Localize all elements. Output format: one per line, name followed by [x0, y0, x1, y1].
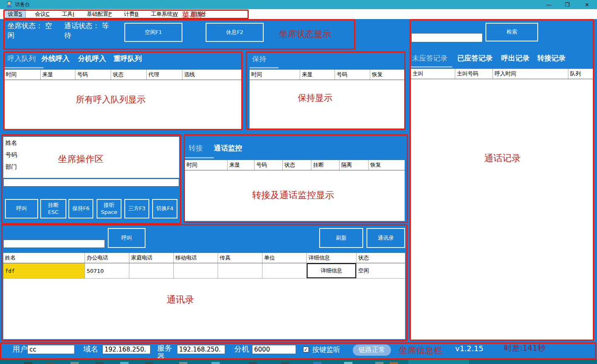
taskbar-icon[interactable]: [145, 362, 153, 364]
taskbar-icon[interactable]: [249, 362, 257, 364]
search-button[interactable]: 检索: [485, 23, 538, 41]
col-state[interactable]: 状态: [111, 70, 147, 80]
col-home-phone[interactable]: 家庭电话: [129, 253, 174, 263]
col-time[interactable]: 时间: [250, 70, 300, 80]
switch-f4-button[interactable]: 切换F4: [152, 199, 177, 218]
menu-item-settings[interactable]: 设置S: [4, 9, 26, 19]
call-button[interactable]: 呼叫: [5, 199, 38, 218]
refresh-button[interactable]: 刷新: [319, 228, 363, 248]
taskbar-icon[interactable]: [24, 362, 32, 364]
col-time[interactable]: 时间: [185, 160, 228, 170]
contact-status-cell[interactable]: 空闲: [357, 263, 405, 278]
menu-item-work-order[interactable]: 工单系统W: [148, 10, 181, 19]
restore-button[interactable]: ❐: [560, 0, 575, 9]
col-office-phone[interactable]: 办公电话: [85, 253, 129, 263]
tab-outgoing-records[interactable]: 呼出记录: [501, 53, 529, 63]
menu-label: 系统: [190, 11, 201, 17]
tab-indicator: [185, 157, 214, 158]
taskbar-icon[interactable]: [390, 362, 398, 364]
taskbar-icon[interactable]: [46, 362, 55, 364]
contact-search-input[interactable]: [3, 240, 105, 248]
col-number[interactable]: 号码: [255, 160, 283, 170]
tab-unanswered-records[interactable]: 未应答记录: [412, 53, 447, 63]
answer-space-button[interactable]: 接听 Space: [97, 199, 121, 218]
menu-item-basic-config[interactable]: 基础配置P: [83, 10, 115, 19]
agent-status-text: 坐席状态： 空闲: [7, 21, 57, 40]
hangup-esc-button[interactable]: 挂断 ESC: [40, 199, 66, 218]
record-search-input[interactable]: [411, 33, 483, 42]
domain-input[interactable]: [102, 345, 150, 354]
hold-f6-button[interactable]: 保持F6: [68, 199, 93, 218]
extension-input[interactable]: [252, 345, 296, 354]
col-hangup[interactable]: 挂断: [311, 160, 340, 170]
tab-transfer[interactable]: 转接: [189, 143, 203, 153]
tab-outside-call[interactable]: 外线呼入: [41, 54, 70, 63]
col-status[interactable]: 状态: [357, 253, 405, 263]
taskbar-icon[interactable]: [313, 362, 321, 364]
taskbar-icon[interactable]: [281, 362, 289, 364]
taskbar-icon[interactable]: [375, 362, 383, 364]
col-agent[interactable]: 代理: [147, 70, 182, 80]
three-way-f3-button[interactable]: 三方F3: [124, 199, 149, 218]
col-caller-display[interactable]: 来显: [228, 160, 255, 170]
col-state[interactable]: 状态: [283, 160, 311, 170]
records-table-header: 主叫 主叫号码 呼入时间 队列: [411, 69, 593, 79]
tab-answered-records[interactable]: 已应答记录: [457, 53, 493, 63]
col-isolate[interactable]: 隔离: [340, 160, 369, 170]
idle-f1-button[interactable]: 空闲F1: [124, 23, 182, 42]
col-resume[interactable]: 恢复: [369, 160, 405, 170]
contact-mobile-phone-cell[interactable]: [174, 263, 218, 278]
menu-item-tools[interactable]: 工具I: [58, 10, 78, 19]
tab-transfer-records[interactable]: 转接记录: [537, 53, 565, 63]
taskbar-icon[interactable]: [211, 362, 220, 364]
dial-number-input[interactable]: [3, 179, 179, 187]
menu-item-conference[interactable]: 会议C: [32, 10, 53, 19]
col-name[interactable]: 姓名: [3, 253, 85, 263]
taskbar-icon[interactable]: [120, 362, 129, 364]
col-queue[interactable]: 队列: [568, 69, 593, 79]
contact-company-cell[interactable]: [262, 263, 307, 278]
col-caller[interactable]: 主叫: [411, 69, 455, 79]
contact-office-phone-cell[interactable]: 50710: [85, 263, 129, 278]
detail-info-button[interactable]: 详细信息: [307, 263, 356, 278]
tab-hold[interactable]: 保持: [252, 54, 266, 64]
contact-row[interactable]: fdf 50710 详细信息 空闲: [3, 263, 405, 279]
server-input[interactable]: [177, 345, 225, 354]
tab-extension-call[interactable]: 分机呼入: [78, 54, 106, 63]
user-input[interactable]: [27, 345, 75, 354]
col-caller-display[interactable]: 来显: [300, 70, 335, 80]
address-book-button[interactable]: 通讯录: [366, 228, 405, 248]
col-mobile-phone[interactable]: 移动电话: [174, 253, 218, 263]
taskbar-icon[interactable]: [70, 362, 79, 364]
answer-sub: Space: [101, 209, 117, 216]
col-call-in-time[interactable]: 呼入时间: [493, 69, 568, 79]
col-time[interactable]: 时间: [4, 70, 41, 80]
menu-item-system[interactable]: 系统H: [187, 10, 209, 19]
rest-f2-button[interactable]: 休息F2: [206, 23, 264, 42]
rest-f2-label: 休息F2: [226, 29, 243, 36]
contact-name-cell[interactable]: fdf: [3, 263, 85, 278]
menu-label: 工具: [62, 11, 73, 17]
close-button[interactable]: ✕: [580, 0, 595, 9]
col-detail-info[interactable]: 详细信息: [307, 253, 357, 263]
col-number[interactable]: 号码: [335, 70, 370, 80]
taskbar-icon[interactable]: [95, 362, 104, 364]
keypress-monitor-checkbox[interactable]: ✓: [303, 347, 309, 352]
col-line-select[interactable]: 选线: [182, 70, 242, 80]
taskbar-icon[interactable]: [344, 362, 352, 364]
tab-incoming-queue[interactable]: 呼入队列: [7, 54, 36, 63]
contact-home-phone-cell[interactable]: [129, 263, 174, 278]
minimize-button[interactable]: —: [541, 0, 556, 9]
col-caller-display[interactable]: 来显: [41, 70, 75, 80]
contact-call-button[interactable]: 呼叫: [108, 228, 146, 248]
col-resume[interactable]: 恢复: [370, 70, 405, 80]
col-caller-number[interactable]: 主叫号码: [455, 69, 493, 79]
tab-call-monitor[interactable]: 通话监控: [214, 143, 242, 153]
col-company[interactable]: 单位: [262, 253, 307, 263]
col-fax[interactable]: 传真: [218, 253, 262, 263]
taskbar-icon[interactable]: [179, 362, 187, 364]
tab-recall-queue[interactable]: 重呼队列: [114, 54, 142, 63]
contact-fax-cell[interactable]: [218, 263, 262, 278]
col-number[interactable]: 号码: [75, 70, 111, 80]
menu-item-billing[interactable]: 计费B: [121, 10, 142, 19]
